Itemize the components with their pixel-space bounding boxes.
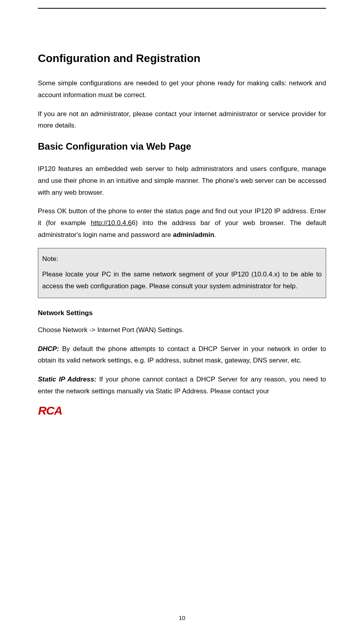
- static-ip-label: Static IP Address:: [38, 376, 97, 383]
- intro-paragraph-1: Some simple configurations are needed to…: [38, 77, 326, 101]
- heading-network-settings: Network Settings: [38, 309, 326, 317]
- dhcp-paragraph: DHCP: By default the phone attempts to c…: [38, 343, 326, 367]
- note-body: Please locate your PC in the same networ…: [42, 269, 322, 292]
- dhcp-label: DHCP:: [38, 345, 59, 353]
- rca-logo-text: RCA: [38, 404, 62, 417]
- web-server-paragraph: IP120 features an embedded web server to…: [38, 163, 326, 198]
- url-link: http://10.0.4.6: [91, 219, 132, 227]
- ip-address-paragraph: Press OK button of the phone to enter th…: [38, 205, 326, 240]
- dhcp-body: By default the phone attempts to contact…: [38, 345, 326, 364]
- credentials-text: admin/admin: [173, 231, 214, 239]
- intro-paragraph-2: If you are not an administrator, please …: [38, 108, 326, 132]
- heading-basic-config: Basic Configuration via Web Page: [38, 141, 326, 152]
- heading-configuration: Configuration and Registration: [38, 52, 326, 65]
- rca-logo: RCA: [38, 404, 81, 419]
- note-label: Note:: [42, 253, 322, 265]
- page-number: 10: [0, 614, 364, 621]
- note-box: Note: Please locate your PC in the same …: [38, 248, 326, 298]
- text-fragment: .: [214, 231, 216, 239]
- static-ip-paragraph: Static IP Address: If your phone cannot …: [38, 374, 326, 397]
- network-path-paragraph: Choose Network -> Internet Port (WAN) Se…: [38, 324, 326, 336]
- page-content: Configuration and Registration Some simp…: [0, 9, 364, 419]
